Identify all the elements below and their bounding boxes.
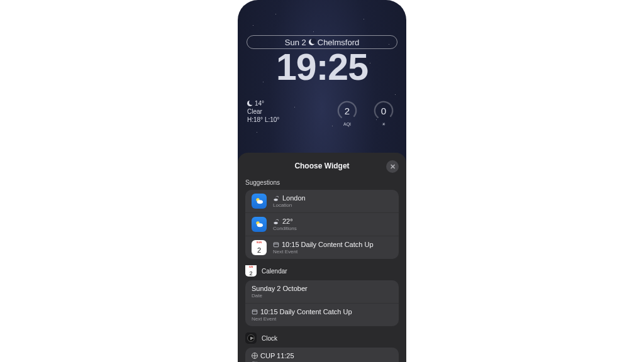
aqi-gauge[interactable]: 2 AQI [336, 100, 358, 127]
svg-rect-10 [252, 310, 257, 314]
weather-app-icon [252, 194, 267, 209]
suggestion-weather-location[interactable]: London Location [245, 190, 399, 213]
svg-point-4 [274, 198, 277, 200]
suggestion-calendar-next-event[interactable]: SUN 2 10:15 Daily Content Catch Up Next … [245, 236, 399, 259]
weather-temp: 14° [255, 99, 264, 107]
row-main-text: Sunday 2 October [252, 285, 308, 292]
weather-widget[interactable]: 14° Clear H:18° L:10° [247, 99, 279, 124]
clock-city-row[interactable]: CUP 11:25 City [245, 348, 399, 362]
close-button[interactable]: ✕ [386, 160, 399, 173]
suggestions-label: Suggestions [245, 179, 399, 186]
calendar-next-event-row[interactable]: 10:15 Daily Content Catch Up Next Event [245, 304, 399, 326]
cloud-moon-icon [273, 195, 280, 202]
calendar-card: Sunday 2 October Date 10:15 Daily Conten… [245, 280, 399, 326]
clock-section-header[interactable]: Clock [245, 332, 399, 344]
weather-condition: Clear [247, 107, 279, 116]
row-main-text: CUP 11:25 [260, 352, 294, 359]
clock-app-icon [245, 332, 257, 344]
suggestions-card: London Location 22° Conditions [245, 190, 399, 259]
widget-picker-panel: Choose Widget ✕ Suggestions London Locat… [238, 153, 406, 362]
calendar-app-name: Calendar [262, 268, 287, 275]
svg-point-3 [257, 200, 263, 204]
svg-rect-8 [274, 243, 279, 247]
moon-icon [247, 101, 253, 106]
uv-value: 0 [373, 100, 394, 121]
uv-label: ☀ [382, 122, 386, 127]
cloud-moon-icon [273, 218, 280, 225]
moon-icon [309, 39, 315, 45]
calendar-glyph-icon [273, 241, 279, 248]
lock-time: 19:25 [238, 46, 406, 89]
svg-point-7 [274, 221, 277, 224]
calendar-app-icon: SUN 2 [245, 265, 257, 277]
gauge-widgets: 2 AQI 0 ☀ [336, 100, 395, 127]
aqi-label: AQI [343, 122, 351, 126]
weather-app-icon [252, 217, 267, 232]
calendar-glyph-icon [252, 309, 258, 315]
calendar-date-row[interactable]: Sunday 2 October Date [245, 280, 399, 304]
row-main-text: 10:15 Daily Content Catch Up [260, 308, 352, 315]
row-main-text: 10:15 Daily Content Catch Up [282, 241, 374, 248]
panel-title: Choose Widget [294, 162, 349, 170]
aqi-value: 2 [336, 100, 358, 121]
calendar-section-header[interactable]: SUN 2 Calendar [245, 265, 399, 277]
row-main-text: 22° [282, 217, 293, 225]
calendar-app-icon: SUN 2 [252, 240, 267, 255]
close-icon: ✕ [390, 163, 396, 171]
row-sub-text: Next Event [252, 316, 352, 322]
globe-icon [252, 353, 258, 359]
clock-card: CUP 11:25 City [245, 348, 399, 362]
clock-app-name: Clock [262, 335, 277, 342]
row-sub-text: Date [252, 293, 308, 299]
svg-point-6 [257, 223, 263, 227]
phone-frame: Sun 2 Chelmsford 19:25 14° Clear H:18° L… [238, 0, 406, 362]
row-sub-text: Location [273, 202, 306, 208]
suggestion-weather-conditions[interactable]: 22° Conditions [245, 213, 399, 236]
row-main-text: London [282, 194, 306, 202]
weather-hi-lo: H:18° L:10° [247, 116, 279, 124]
uv-gauge[interactable]: 0 ☀ [372, 100, 395, 127]
row-sub-text: Next Event [273, 249, 374, 255]
row-sub-text: Conditions [273, 226, 297, 231]
